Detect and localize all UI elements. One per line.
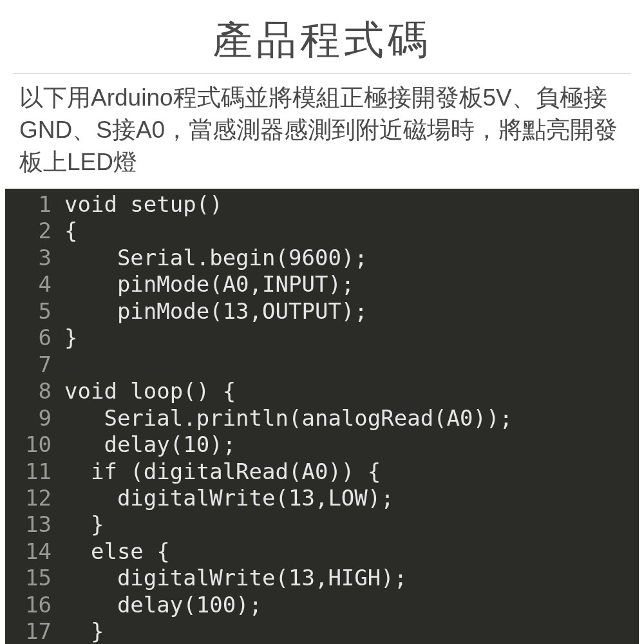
line-number: 4 [5, 271, 64, 298]
code-line: 16 delay(100); [5, 592, 639, 618]
code-line: 3 Serial.begin(9600); [5, 245, 639, 271]
code-line: 10 delay(10); [5, 431, 639, 458]
code-text: digitalWrite(13,HIGH); [64, 565, 407, 591]
line-number: 8 [5, 378, 64, 404]
line-number: 13 [5, 511, 64, 538]
code-text: Serial.println(analogRead(A0)); [64, 405, 513, 431]
code-line: 6 } [5, 325, 639, 351]
code-text: } [64, 325, 77, 351]
line-number: 14 [5, 538, 64, 565]
code-line: 1 void setup() [5, 191, 639, 218]
line-number: 2 [5, 218, 64, 244]
line-number: 15 [5, 565, 64, 591]
code-text: delay(100); [64, 592, 262, 618]
code-text: } [64, 618, 104, 644]
line-number: 6 [5, 325, 64, 351]
code-text: { [64, 218, 77, 244]
code-text: void setup() [64, 191, 223, 218]
code-line: 13 } [5, 511, 639, 538]
code-line: 5 pinMode(13,OUTPUT); [5, 298, 639, 325]
code-text: else { [64, 538, 170, 565]
line-number: 16 [5, 592, 64, 618]
code-line: 2 { [5, 218, 639, 244]
line-number: 5 [5, 298, 64, 325]
code-line: 12 digitalWrite(13,LOW); [5, 485, 639, 511]
description-text: 以下用Arduino程式碼並將模組正極接開發板5V、負極接GND、S接A0，當感… [0, 82, 644, 189]
code-block: 1 void setup() 2 { 3 Serial.begin(9600);… [5, 189, 639, 644]
code-line: 17 } [5, 618, 639, 644]
code-line: 4 pinMode(A0,INPUT); [5, 271, 639, 298]
code-line: 14 else { [5, 538, 639, 565]
line-number: 12 [5, 485, 64, 511]
line-number: 3 [5, 245, 64, 271]
code-text: if (digitalRead(A0)) { [64, 459, 381, 485]
code-line: 15 digitalWrite(13,HIGH); [5, 565, 639, 591]
line-number: 7 [5, 352, 64, 378]
code-text: } [64, 511, 104, 538]
code-line: 7 [5, 352, 639, 378]
code-text: delay(10); [64, 431, 236, 458]
line-number: 1 [5, 191, 64, 218]
code-line: 8 void loop() { [5, 378, 639, 404]
code-text: pinMode(A0,INPUT); [64, 271, 354, 298]
code-text: pinMode(13,OUTPUT); [64, 298, 368, 325]
document-page: 產品程式碼 以下用Arduino程式碼並將模組正極接開發板5V、負極接GND、S… [0, 0, 644, 644]
line-number: 11 [5, 459, 64, 485]
page-title: 產品程式碼 [13, 13, 631, 67]
code-line: 11 if (digitalRead(A0)) { [5, 459, 639, 485]
line-number: 10 [5, 431, 64, 458]
header: 產品程式碼 [13, 0, 631, 74]
line-number: 9 [5, 405, 64, 431]
code-line: 9 Serial.println(analogRead(A0)); [5, 405, 639, 431]
code-text: digitalWrite(13,LOW); [64, 485, 394, 511]
code-text: void loop() { [64, 378, 236, 404]
line-number: 17 [5, 618, 64, 644]
code-text: Serial.begin(9600); [64, 245, 368, 271]
